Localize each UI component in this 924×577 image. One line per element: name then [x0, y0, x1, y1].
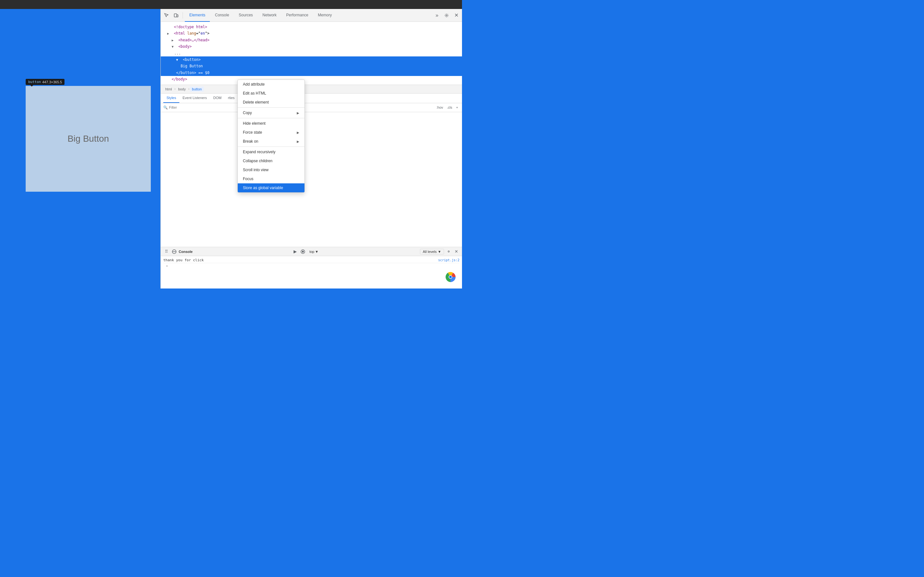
console-close-button[interactable]: ✕ [453, 248, 459, 255]
svg-point-7 [448, 251, 449, 252]
tooltip-tag: button [28, 80, 41, 84]
context-menu-store-as-global[interactable]: Store as global variable [238, 183, 304, 192]
console-drag-icon[interactable]: ⠿ [163, 248, 170, 255]
console-log-entry: thank you for click script.js:2 [163, 258, 459, 263]
sub-tab-properties[interactable]: rties [225, 93, 238, 103]
force-state-submenu-arrow: ▶ [297, 131, 299, 134]
svg-point-2 [446, 15, 447, 16]
tab-sources[interactable]: Sources [234, 9, 257, 22]
context-menu-force-state[interactable]: Force state ▶ [238, 128, 304, 137]
elements-panel: <!doctype html> ▶ <html lang="en"> ▶ <he… [161, 22, 462, 247]
console-content: thank you for click script.js:2 › [161, 256, 462, 288]
dom-tree: <!doctype html> ▶ <html lang="en"> ▶ <he… [161, 22, 462, 85]
context-menu-divider-1 [238, 107, 304, 108]
dom-line-button-text[interactable]: Big Button [161, 63, 462, 69]
context-menu-divider-2 [238, 118, 304, 118]
console-levels-button[interactable]: All levels ▼ [420, 249, 444, 255]
element-tooltip: button 447.3×365.5 [26, 79, 65, 85]
filter-icon: 🔍 [163, 105, 168, 110]
add-style-button[interactable]: + [455, 105, 459, 110]
context-menu-focus[interactable]: Focus [238, 174, 304, 183]
svg-point-6 [302, 251, 304, 253]
context-menu-delete-element[interactable]: Delete element [238, 98, 304, 107]
context-menu-add-attribute[interactable]: Add attribute [238, 80, 304, 89]
console-prompt-icon: › [166, 264, 168, 268]
dom-line-head[interactable]: ▶ <head>…</head> [161, 37, 462, 43]
sub-tab-event-listeners[interactable]: Event Listeners [179, 93, 210, 103]
breadcrumb-bar: html › body › button [161, 85, 462, 93]
dom-line-button-close[interactable]: </button> == $0 [161, 69, 462, 76]
webpage-area: button 447.3×365.5 Big Button [0, 9, 160, 288]
console-play-button[interactable]: ▶ [292, 248, 298, 255]
breadcrumb-body[interactable]: body [176, 87, 188, 92]
console-log-text: thank you for click [163, 258, 436, 262]
context-menu-edit-as-html[interactable]: Edit as HTML [238, 89, 304, 98]
console-input[interactable] [170, 264, 457, 268]
context-menu-copy[interactable]: Copy ▶ [238, 108, 304, 117]
more-tabs-button[interactable]: » [433, 11, 441, 20]
sub-tab-dom[interactable]: DOM [210, 93, 225, 103]
context-menu-divider-3 [238, 147, 304, 147]
console-title: Console [179, 250, 192, 253]
console-log-source: script.js:2 [438, 258, 459, 262]
console-toolbar: ⠿ Console ▶ top ▼ [161, 247, 462, 256]
tab-elements[interactable]: Elements [185, 9, 210, 22]
context-menu-hide-element[interactable]: Hide element [238, 119, 304, 128]
devtools-close-button[interactable]: ✕ [452, 11, 461, 20]
console-no-button[interactable] [300, 248, 306, 255]
dom-line-button-open[interactable]: ▼ <button> [161, 56, 462, 63]
context-menu-expand-recursively[interactable]: Expand recursively [238, 147, 304, 156]
copy-submenu-arrow: ▶ [297, 111, 299, 115]
hov-button[interactable]: :hov [435, 105, 444, 110]
styles-actions: :hov .cls + [435, 105, 459, 110]
dom-line-dots: ... [161, 50, 462, 56]
chrome-logo [445, 272, 456, 282]
big-button-label: Big Button [67, 134, 109, 144]
dom-line-body-close[interactable]: </body> [161, 76, 462, 82]
cls-button[interactable]: .cls [446, 105, 454, 110]
tab-performance[interactable]: Performance [282, 9, 313, 22]
svg-rect-0 [174, 14, 177, 17]
context-menu-scroll-into-view[interactable]: Scroll into view [238, 165, 304, 174]
break-on-submenu-arrow: ▶ [297, 140, 299, 143]
devtools-settings-button[interactable] [442, 11, 451, 20]
dom-line-body[interactable]: ▼ <body> [161, 43, 462, 50]
toolbar-divider [183, 12, 183, 19]
breadcrumb-html[interactable]: html [163, 87, 174, 92]
styles-filter-bar: 🔍 :hov .cls + [161, 103, 462, 112]
context-menu: Add attribute Edit as HTML Delete elemen… [237, 79, 305, 193]
svg-rect-1 [177, 15, 178, 17]
sub-tab-styles[interactable]: Styles [163, 93, 179, 103]
console-drawer: ⠿ Console ▶ top ▼ [161, 247, 462, 288]
tab-network[interactable]: Network [258, 9, 281, 22]
context-menu-collapse-children[interactable]: Collapse children [238, 156, 304, 165]
devtools-toolbar: Elements Console Sources Network Perform… [161, 9, 462, 22]
dom-line-doctype[interactable]: <!doctype html> [161, 24, 462, 30]
console-clear-button[interactable] [171, 248, 178, 255]
big-button[interactable]: Big Button [26, 86, 151, 192]
tab-memory[interactable]: Memory [313, 9, 336, 22]
context-menu-break-on[interactable]: Break on ▶ [238, 137, 304, 146]
console-settings-button[interactable] [445, 248, 452, 255]
chrome-top-bar [0, 0, 462, 9]
devtools-panel: Elements Console Sources Network Perform… [160, 9, 462, 288]
inspect-element-button[interactable] [162, 11, 171, 20]
console-input-row: › [163, 263, 459, 269]
svg-point-11 [449, 276, 452, 278]
console-context-button[interactable]: top ▼ [307, 248, 320, 255]
tab-console[interactable]: Console [210, 9, 234, 22]
tooltip-size: 447.3×365.5 [42, 80, 62, 84]
breadcrumb-button[interactable]: button [190, 87, 204, 92]
sub-tabs: Styles Event Listeners DOM rties Accessi… [161, 93, 462, 103]
dom-line-html[interactable]: ▶ <html lang="en"> [161, 30, 462, 37]
device-toggle-button[interactable] [172, 11, 181, 20]
